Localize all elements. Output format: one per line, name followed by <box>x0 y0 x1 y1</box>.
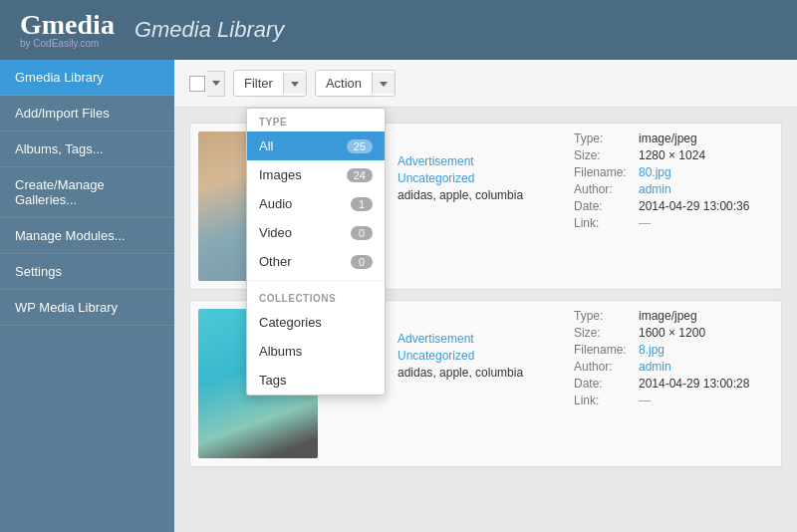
filter-type-other[interactable]: Other 0 <box>247 247 385 276</box>
link-label: Link: <box>574 216 639 230</box>
filter-collection-categories[interactable]: Categories <box>247 308 385 337</box>
media-info-right: Type: image/jpeg Size: 1280 × 1024 Filen… <box>574 132 773 233</box>
type-value: image/jpeg <box>639 132 697 145</box>
logo-block: Gmedia by CodEasily.com <box>20 11 115 49</box>
filter-dropdown-menu: TYPE All 25 Images 24 Audio 1 Video 0 Ot… <box>246 108 386 396</box>
tag-apple[interactable]: apple <box>439 366 468 380</box>
type-section-label: TYPE <box>247 109 385 132</box>
filename-value[interactable]: 80.jpg <box>639 165 671 179</box>
sidebar-item-create-manage-galleries[interactable]: Create/Manage Galleries... <box>0 167 174 218</box>
filter-dropdown-button[interactable]: Filter <box>233 70 307 97</box>
size-value: 1600 × 1200 <box>639 326 705 340</box>
dropdown-divider <box>247 280 385 281</box>
meta-type-row: Type: image/jpeg <box>574 132 773 145</box>
meta-filename-row: Filename: 80.jpg <box>574 165 773 179</box>
meta-author-row: Author: admin <box>574 182 773 196</box>
link-value: — <box>639 394 651 407</box>
date-label: Date: <box>574 199 639 213</box>
size-label: Size: <box>574 326 639 340</box>
checkbox-dropdown-arrow[interactable] <box>207 71 225 97</box>
filter-video-label: Video <box>259 225 292 240</box>
filter-type-video[interactable]: Video 0 <box>247 218 385 247</box>
meta-link-row: Link: — <box>574 216 773 230</box>
date-label: Date: <box>574 377 639 391</box>
category-value[interactable]: Uncategorized <box>398 349 474 363</box>
action-dropdown-button[interactable]: Action <box>315 70 396 97</box>
filename-label: Filename: <box>574 343 639 357</box>
size-value: 1280 × 1024 <box>639 148 705 162</box>
layout: Gmedia Library Add/Import Files Albums, … <box>0 60 797 532</box>
tag-adidas[interactable]: adidas <box>398 188 432 202</box>
filter-audio-count: 1 <box>351 197 373 211</box>
header-title: Gmedia Library <box>134 17 284 43</box>
media-info-right: Type: image/jpeg Size: 1600 × 1200 Filen… <box>574 309 773 410</box>
size-label: Size: <box>574 148 639 162</box>
meta-type-row: Type: image/jpeg <box>574 309 773 323</box>
category-value[interactable]: Uncategorized <box>398 171 474 185</box>
select-all-checkbox-wrap[interactable] <box>189 71 225 97</box>
meta-date-row: Date: 2014-04-29 13:00:28 <box>574 377 773 391</box>
author-label: Author: <box>574 360 639 374</box>
meta-date-row: Date: 2014-04-29 13:00:36 <box>574 199 773 213</box>
meta-size-row: Size: 1600 × 1200 <box>574 326 773 340</box>
meta-size-row: Size: 1280 × 1024 <box>574 148 773 162</box>
action-label: Action <box>316 71 372 96</box>
filter-arrow-icon <box>283 73 306 94</box>
sidebar-item-manage-modules[interactable]: Manage Modules... <box>0 218 174 254</box>
author-label: Author: <box>574 182 639 196</box>
action-arrow-icon <box>372 73 395 94</box>
tag-adidas[interactable]: adidas <box>398 366 432 380</box>
sidebar-item-wp-media-library[interactable]: WP Media Library <box>0 290 174 326</box>
collections-section-label: COLLECTIONS <box>247 285 385 308</box>
date-value: 2014-04-29 13:00:28 <box>639 377 749 391</box>
link-label: Link: <box>574 394 639 407</box>
filename-label: Filename: <box>574 165 639 179</box>
filter-images-count: 24 <box>347 168 373 182</box>
album-value[interactable]: Advertisement <box>398 154 474 168</box>
filter-images-label: Images <box>259 167 302 182</box>
filter-type-audio[interactable]: Audio 1 <box>247 189 385 218</box>
meta-link-row: Link: — <box>574 394 773 407</box>
sidebar-item-gmedia-library[interactable]: Gmedia Library <box>0 60 174 96</box>
filter-collection-tags[interactable]: Tags <box>247 366 385 395</box>
meta-filename-row: Filename: 8.jpg <box>574 343 773 357</box>
tag-columbia[interactable]: columbia <box>475 366 523 380</box>
tag-columbia[interactable]: columbia <box>475 188 523 202</box>
filename-value[interactable]: 8.jpg <box>639 343 664 357</box>
filter-label: Filter <box>234 71 283 96</box>
sidebar-item-add-import[interactable]: Add/Import Files <box>0 96 174 132</box>
filter-other-count: 0 <box>351 255 373 269</box>
tag-apple[interactable]: apple <box>439 188 468 202</box>
author-value[interactable]: admin <box>639 360 671 374</box>
logo-sub: by CodEasily.com <box>20 39 115 49</box>
sidebar: Gmedia Library Add/Import Files Albums, … <box>0 60 174 532</box>
author-value[interactable]: admin <box>639 182 671 196</box>
select-all-checkbox[interactable] <box>189 76 205 92</box>
tags-value: adidas, apple, columbia <box>398 188 523 202</box>
filter-audio-label: Audio <box>259 196 292 211</box>
chevron-down-icon <box>291 82 299 87</box>
tags-value: adidas, apple, columbia <box>398 366 523 380</box>
header: Gmedia by CodEasily.com Gmedia Library <box>0 0 797 60</box>
filter-categories-label: Categories <box>259 315 322 330</box>
link-value: — <box>639 216 651 230</box>
type-label: Type: <box>574 132 639 145</box>
main-content: Filter Action TYPE All 25 Images 24 <box>174 60 797 532</box>
album-value[interactable]: Advertisement <box>398 332 474 346</box>
type-label: Type: <box>574 309 639 323</box>
filter-video-count: 0 <box>351 226 373 240</box>
date-value: 2014-04-29 13:00:36 <box>639 199 749 213</box>
type-value: image/jpeg <box>639 309 697 323</box>
filter-type-images[interactable]: Images 24 <box>247 160 385 189</box>
toolbar: Filter Action <box>174 60 797 108</box>
filter-collection-albums[interactable]: Albums <box>247 337 385 366</box>
sidebar-item-albums-tags[interactable]: Albums, Tags... <box>0 132 174 167</box>
filter-albums-label: Albums <box>259 344 302 359</box>
sidebar-item-settings[interactable]: Settings <box>0 254 174 290</box>
filter-type-all[interactable]: All 25 <box>247 132 385 160</box>
meta-author-row: Author: admin <box>574 360 773 374</box>
chevron-down-icon <box>380 82 388 87</box>
filter-tags-label: Tags <box>259 373 286 388</box>
arrow-down-icon <box>212 81 220 86</box>
filter-all-label: All <box>259 138 273 153</box>
